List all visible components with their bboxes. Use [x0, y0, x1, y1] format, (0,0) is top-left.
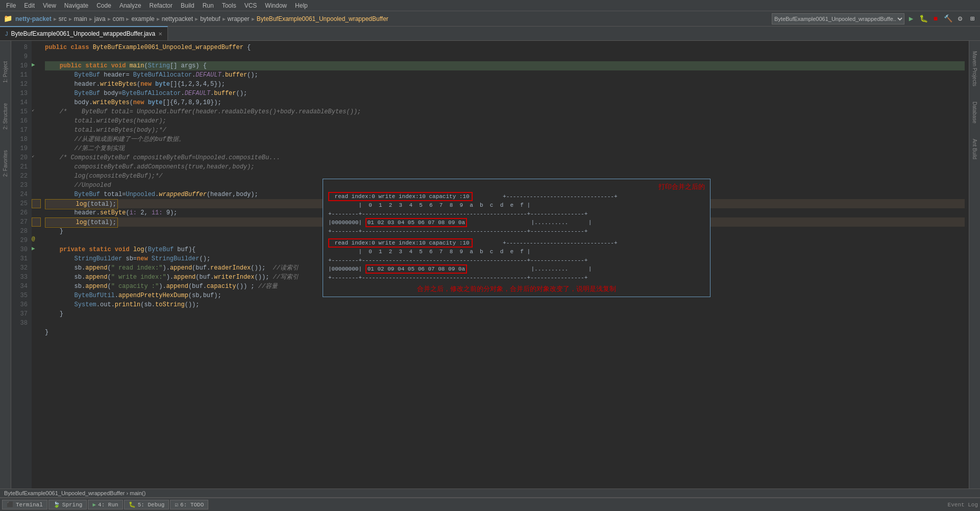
- output-block-2: read index:0 write index:10 capacity :10…: [328, 239, 705, 282]
- output-block-1: read index:0 write index:10 capacity :10…: [328, 192, 705, 236]
- menu-tools[interactable]: Tools: [218, 1, 240, 10]
- tab-bar: J ByteBufExample0061_Unpooled_wrappedBuf…: [0, 27, 980, 41]
- event-log-btn[interactable]: Event Log: [948, 502, 978, 508]
- run-gutter-10[interactable]: ▶: [32, 61, 41, 70]
- tab-main-file[interactable]: J ByteBufExample0061_Unpooled_wrappedBuf…: [0, 26, 168, 40]
- code-line-36: System.out.println(sb.toString());: [45, 300, 965, 309]
- bc-classname[interactable]: ByteBufExample0061_Unpooled_wrappedBuffe…: [257, 15, 388, 22]
- run-controls: ByteBufExample0061_Unpooled_wrappedBuffe…: [772, 13, 978, 25]
- code-line-39: }: [45, 328, 965, 337]
- code-line-11: ByteBuf header= ByteBufAllocator.DEFAULT…: [45, 70, 965, 80]
- sidebar-project-tab[interactable]: 1: Project: [3, 61, 8, 83]
- menu-vcs[interactable]: VCS: [240, 1, 261, 10]
- code-line-37: }: [45, 309, 965, 319]
- code-line-14: body.writeBytes(new byte[]{6,7,8,9,10});: [45, 98, 965, 107]
- code-line-21: compositeByteBuf.addComponents(true,head…: [45, 162, 965, 172]
- bc-bytebuf[interactable]: bytebuf: [200, 15, 220, 22]
- toolbar: 📁 netty-packet ▸ src ▸ main ▸ java ▸ com…: [0, 11, 980, 27]
- code-line-19: //第二个复制实现: [45, 144, 965, 153]
- bottom-tab-terminal[interactable]: ⬛ Terminal: [2, 500, 47, 509]
- output-popup: 打印合并之后的 read index:0 write index:10 capa…: [323, 179, 710, 297]
- right-sidebar: Maven Projects Database Ant Build: [969, 41, 980, 489]
- menu-refactor[interactable]: Refactor: [145, 1, 177, 10]
- annotation-shallow-copy: 合并之后，修改之前的分对象，合并后的对象改变了，说明是浅复制: [417, 285, 616, 293]
- code-editor: 891011121314 15161718192021 222324252627…: [11, 41, 969, 489]
- sidebar-structure-tab[interactable]: 2: Structure: [3, 103, 8, 130]
- bottom-tab-todo[interactable]: ☑ 6: TODO: [170, 500, 208, 509]
- tab-label: ByteBufExample0061_Unpooled_wrappedBuffe…: [11, 30, 156, 37]
- gutter: ▶ ↙ ↙ @ ▶: [32, 41, 41, 489]
- run-button[interactable]: ▶: [905, 13, 917, 25]
- bottom-tab-spring[interactable]: 🍃 Spring: [48, 500, 87, 509]
- bottom-tab-run[interactable]: ▶ 4: Run: [88, 500, 122, 509]
- sidebar-database-tab[interactable]: Database: [972, 102, 977, 124]
- stop-button[interactable]: ■: [930, 13, 941, 25]
- breadcrumb-bar: netty-packet ▸ src ▸ main ▸ java ▸ com ▸…: [15, 15, 388, 22]
- build-button[interactable]: 🔨: [942, 13, 953, 25]
- settings-icon[interactable]: ⚙: [954, 13, 966, 25]
- bc-src[interactable]: src: [59, 15, 67, 22]
- code-line-8: public class ByteBufExample0061_Unpooled…: [45, 43, 965, 52]
- annotation-print-after: 打印合并之后的: [658, 183, 705, 190]
- code-line-15: /* ByteBuf total= Unpooled.buffer(header…: [45, 107, 965, 116]
- bottom-tabs-bar: ⬛ Terminal 🍃 Spring ▶ 4: Run 🐛 5: Debug …: [0, 498, 980, 511]
- bc-wrapper[interactable]: wrapper: [228, 15, 250, 22]
- layout-button[interactable]: ⊞: [967, 13, 978, 25]
- menu-edit[interactable]: Edit: [20, 1, 39, 10]
- code-line-20: /* CompositeByteBuf compositeByteBuf=Unp…: [45, 153, 965, 162]
- sep1: ▸: [54, 15, 57, 22]
- breadcrumb-bottom-text: ByteBufExample0061_Unpooled_wrappedBuffe…: [4, 490, 145, 496]
- bottom-tab-debug[interactable]: 🐛 5: Debug: [124, 500, 169, 509]
- bottom-right-controls: Event Log: [948, 502, 978, 508]
- debug-button[interactable]: 🐛: [918, 13, 929, 25]
- bc-example[interactable]: example: [131, 15, 154, 22]
- sidebar-favorites-tab[interactable]: 2: Favorites: [3, 150, 8, 177]
- line-numbers: 891011121314 15161718192021 222324252627…: [11, 41, 32, 489]
- menu-analyze[interactable]: Analyze: [115, 1, 145, 10]
- run-config-select[interactable]: ByteBufExample0061_Unpooled_wrappedBuffe…: [772, 13, 904, 25]
- code-line-17: total.writeBytes(body);*/: [45, 126, 965, 135]
- sidebar-maven-tab[interactable]: Maven Projects: [972, 51, 977, 86]
- breadcrumb-bottom-bar: ByteBufExample0061_Unpooled_wrappedBuffe…: [0, 489, 980, 498]
- annotation-gutter-29: @: [32, 236, 41, 245]
- tab-close-button[interactable]: ✕: [158, 31, 162, 37]
- bc-main[interactable]: main: [74, 15, 87, 22]
- code-line-18: //从逻辑成面构建了一个总的buf数据。: [45, 135, 965, 144]
- code-line-9: [45, 52, 965, 61]
- menu-help[interactable]: Help: [291, 1, 312, 10]
- code-line-16: total.writeBytes(header);: [45, 116, 965, 126]
- menu-build[interactable]: Build: [177, 1, 199, 10]
- code-line-12: header.writeBytes(new byte[]{1,2,3,4,5})…: [45, 80, 965, 89]
- sidebar-ant-tab[interactable]: Ant Build: [972, 139, 977, 159]
- menu-file[interactable]: File: [2, 1, 20, 10]
- menu-navigate[interactable]: Navigate: [60, 1, 92, 10]
- menu-run[interactable]: Run: [199, 1, 218, 10]
- run-gutter-30[interactable]: ▶: [32, 245, 41, 254]
- menu-view[interactable]: View: [39, 1, 60, 10]
- code-line-38: [45, 319, 965, 328]
- menu-window[interactable]: Window: [261, 1, 291, 10]
- menu-code[interactable]: Code: [92, 1, 115, 10]
- bc-nettypacket[interactable]: nettypacket: [162, 15, 193, 22]
- menu-bar: File Edit View Navigate Code Analyze Ref…: [0, 0, 980, 11]
- left-sidebar: 1: Project 2: Structure 2: Favorites: [0, 41, 11, 489]
- bc-java[interactable]: java: [94, 15, 106, 22]
- code-line-10: public static void main(String[] args) {: [45, 61, 965, 70]
- toolbar-icon-folder[interactable]: 📁: [2, 13, 13, 25]
- bc-com[interactable]: com: [113, 15, 125, 22]
- project-name[interactable]: netty-packet: [15, 15, 52, 22]
- code-line-13: ByteBuf body=ByteBufAllocator.DEFAULT.bu…: [45, 89, 965, 98]
